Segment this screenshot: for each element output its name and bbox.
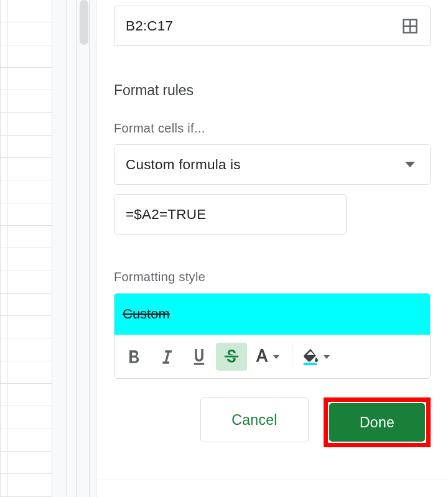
chevron-down-icon bbox=[273, 355, 279, 359]
chevron-down-icon bbox=[405, 162, 415, 168]
panel-scrollbar-thumb[interactable] bbox=[80, 0, 88, 45]
toolbar-separator bbox=[292, 345, 292, 369]
paint-bucket-icon bbox=[301, 346, 320, 368]
done-button-highlight: Done bbox=[324, 397, 431, 447]
svg-rect-3 bbox=[194, 363, 204, 365]
custom-formula-input[interactable]: =$A2=TRUE bbox=[114, 194, 347, 235]
formatting-toolbar bbox=[114, 335, 430, 378]
conditional-format-panel: B2:C17 Format rules Format cells if... C… bbox=[96, 0, 448, 497]
format-rules-heading: Format rules bbox=[114, 82, 431, 99]
chevron-down-icon bbox=[324, 355, 330, 359]
range-value: B2:C17 bbox=[126, 18, 173, 34]
svg-rect-5 bbox=[304, 363, 317, 365]
formatting-style-box: Custom bbox=[114, 293, 431, 379]
panel-bottom-divider bbox=[98, 480, 448, 480]
condition-selected: Custom formula is bbox=[126, 157, 241, 173]
underline-button[interactable] bbox=[184, 343, 215, 371]
spreadsheet-grid[interactable] bbox=[0, 0, 52, 497]
text-color-button[interactable] bbox=[252, 343, 282, 371]
panel-footer: Cancel Done bbox=[114, 397, 431, 447]
style-preview-text: Custom bbox=[123, 306, 170, 322]
bold-button[interactable] bbox=[119, 343, 150, 371]
apply-to-range-input[interactable]: B2:C17 bbox=[114, 6, 431, 46]
select-range-icon[interactable] bbox=[401, 17, 419, 35]
cancel-button[interactable]: Cancel bbox=[200, 397, 309, 442]
svg-rect-4 bbox=[225, 356, 238, 358]
style-preview[interactable]: Custom bbox=[114, 294, 430, 335]
italic-button[interactable] bbox=[151, 343, 182, 371]
divider-strip bbox=[52, 0, 96, 497]
strikethrough-button[interactable] bbox=[216, 343, 247, 371]
condition-dropdown[interactable]: Custom formula is bbox=[114, 144, 431, 185]
format-cells-if-label: Format cells if... bbox=[114, 121, 431, 136]
formula-value: =$A2=TRUE bbox=[126, 207, 206, 223]
fill-color-button[interactable] bbox=[299, 343, 332, 371]
done-button[interactable]: Done bbox=[329, 403, 425, 442]
formatting-style-label: Formatting style bbox=[114, 270, 431, 284]
